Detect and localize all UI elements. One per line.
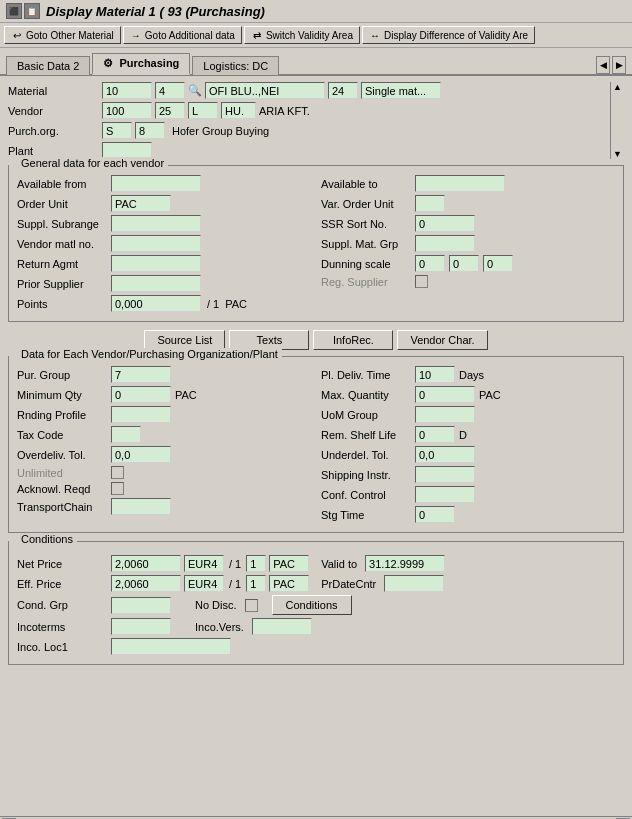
inco-vers-field[interactable] (252, 618, 312, 635)
material-single[interactable] (361, 82, 441, 99)
var-order-unit-field[interactable] (415, 195, 445, 212)
info-rec-button[interactable]: InfoRec. (313, 330, 393, 350)
vendor-data-title: Data for Each Vendor/Purchasing Organiza… (17, 348, 282, 360)
avail-to-field[interactable] (415, 175, 505, 192)
vendor-matl-label: Vendor matl no. (17, 238, 107, 250)
vendor-field-1[interactable] (102, 102, 152, 119)
suppl-subrange-field[interactable] (111, 215, 201, 232)
net-price-qty[interactable] (246, 555, 266, 572)
conf-control-field[interactable] (415, 486, 475, 503)
valid-to-field[interactable] (365, 555, 445, 572)
dunning-scale-2[interactable] (449, 255, 479, 272)
ssr-sort-field[interactable] (415, 215, 475, 232)
reg-supplier-checkbox[interactable] (415, 275, 428, 288)
inco-loc1-field[interactable] (111, 638, 231, 655)
ssr-sort-label: SSR Sort No. (321, 218, 411, 230)
eff-price-qty[interactable] (246, 575, 266, 592)
uom-group-label: UoM Group (321, 409, 411, 421)
net-price-field[interactable] (111, 555, 181, 572)
source-list-button[interactable]: Source List (144, 330, 225, 350)
scroll-down-btn[interactable]: ▼ (613, 149, 622, 159)
vendor-matl-field[interactable] (111, 235, 201, 252)
acknowl-reqd-checkbox[interactable] (111, 482, 124, 495)
dunning-scale-row: Dunning scale (321, 255, 615, 272)
pur-group-label: Pur. Group (17, 369, 107, 381)
conditions-form: Net Price / 1 Valid to Eff. Price / 1 (17, 555, 615, 655)
pur-group-field[interactable] (111, 366, 171, 383)
purch-org-field-2[interactable] (135, 122, 165, 139)
tax-code-field[interactable] (111, 426, 141, 443)
shipping-instr-row: Shipping Instr. (321, 466, 615, 483)
dunning-scale-1[interactable] (415, 255, 445, 272)
display-diff-icon: ↔ (369, 29, 381, 41)
rnding-profile-field[interactable] (111, 406, 171, 423)
goto-other-material-button[interactable]: ↩ Goto Other Material (4, 26, 121, 44)
net-price-currency[interactable] (184, 555, 224, 572)
goto-additional-data-button[interactable]: → Goto Additional data (123, 26, 242, 44)
rem-shelf-life-label: Rem. Shelf Life (321, 429, 411, 441)
vendor-data-form: Pur. Group Minimum Qty PAC Rnding Profil… (17, 366, 615, 526)
net-price-label: Net Price (17, 558, 107, 570)
rnding-profile-label: Rnding Profile (17, 409, 107, 421)
min-qty-field[interactable] (111, 386, 171, 403)
dunning-scale-3[interactable] (483, 255, 513, 272)
net-price-unit[interactable] (269, 555, 309, 572)
texts-button[interactable]: Texts (229, 330, 309, 350)
display-difference-button[interactable]: ↔ Display Difference of Validity Are (362, 26, 535, 44)
overdeliv-tol-field[interactable] (111, 446, 171, 463)
conditions-button[interactable]: Conditions (272, 595, 352, 615)
prior-supplier-field[interactable] (111, 275, 201, 292)
no-disc-checkbox[interactable] (245, 599, 258, 612)
stg-time-field[interactable] (415, 506, 455, 523)
scroll-up-btn[interactable]: ▲ (613, 82, 622, 92)
points-row: Points / 1 PAC (17, 295, 311, 312)
material-field-4[interactable] (328, 82, 358, 99)
eff-price-currency[interactable] (184, 575, 224, 592)
pl-deliv-time-field[interactable] (415, 366, 455, 383)
vendor-field-2[interactable] (155, 102, 185, 119)
underdel-tol-field[interactable] (415, 446, 475, 463)
cond-grp-field[interactable] (111, 597, 171, 614)
avail-from-field[interactable] (111, 175, 201, 192)
eff-price-field[interactable] (111, 575, 181, 592)
transport-chain-field[interactable] (111, 498, 171, 515)
tab-purchasing[interactable]: ⚙ Purchasing (92, 53, 190, 75)
no-disc-label: No Disc. (195, 599, 237, 611)
cond-grp-row: Cond. Grp No Disc. Conditions (17, 595, 615, 615)
tab-basic-data-2[interactable]: Basic Data 2 (6, 56, 90, 75)
prdatecntr-field[interactable] (384, 575, 444, 592)
unlimited-checkbox[interactable] (111, 466, 124, 479)
tab-scroll-left[interactable]: ◀ (596, 56, 610, 74)
vendor-field-3[interactable] (188, 102, 218, 119)
suppl-subrange-label: Suppl. Subrange (17, 218, 107, 230)
rem-shelf-life-field[interactable] (415, 426, 455, 443)
tab-logistics-dc[interactable]: Logistics: DC (192, 56, 279, 75)
app-icon-2: 📋 (24, 3, 40, 19)
uom-group-field[interactable] (415, 406, 475, 423)
eff-price-unit[interactable] (269, 575, 309, 592)
incoterms-row: Incoterms Inco.Vers. (17, 618, 615, 635)
purch-org-desc: Hofer Group Buying (172, 125, 269, 137)
vendor-char-button[interactable]: Vendor Char. (397, 330, 487, 350)
material-field-1[interactable] (102, 82, 152, 99)
purch-org-field-1[interactable] (102, 122, 132, 139)
tab-purchasing-icon: ⚙ (103, 57, 113, 69)
reg-supplier-row: Reg. Supplier (321, 275, 615, 288)
points-field[interactable] (111, 295, 201, 312)
material-field-3[interactable] (205, 82, 325, 99)
transport-chain-row: TransportChain (17, 498, 311, 515)
incoterms-field[interactable] (111, 618, 171, 635)
shipping-instr-field[interactable] (415, 466, 475, 483)
return-agmt-field[interactable] (111, 255, 201, 272)
switch-validity-button[interactable]: ⇄ Switch Validity Area (244, 26, 360, 44)
tab-scroll-right[interactable]: ▶ (612, 56, 626, 74)
right-scrollbar: ▲ ▼ (610, 82, 624, 159)
order-unit-field[interactable] (111, 195, 171, 212)
vendor-field-4[interactable] (221, 102, 256, 119)
suppl-mat-grp-field[interactable] (415, 235, 475, 252)
vendor-row: Vendor ARIA KFT. (8, 102, 608, 119)
suppl-mat-grp-label: Suppl. Mat. Grp (321, 238, 411, 250)
max-qty-field[interactable] (415, 386, 475, 403)
material-field-2[interactable] (155, 82, 185, 99)
valid-to-label: Valid to (321, 558, 357, 570)
